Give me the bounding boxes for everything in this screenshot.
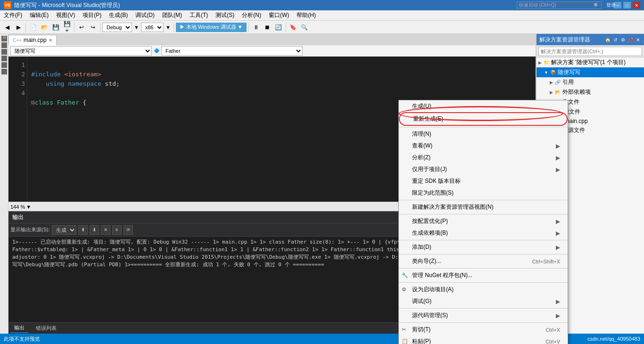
tree-solution[interactable]: ▶ 📁 解决方案 '随便写写'(1 个项目) xyxy=(537,57,644,67)
close-button[interactable]: ✕ xyxy=(633,2,640,8)
tab-errors[interactable]: 错误列表 xyxy=(32,324,60,333)
ctx-item-18[interactable]: 📋粘贴(P)Ctrl+V xyxy=(399,336,568,344)
save-all-button[interactable]: 💾+ xyxy=(62,22,72,33)
toolbar-sep8 xyxy=(286,23,286,32)
menu-tools[interactable]: 工具(T) xyxy=(186,10,212,20)
zoom-label[interactable]: 144 % xyxy=(10,204,25,210)
save-button[interactable]: 💾 xyxy=(50,22,61,33)
right-home-btn[interactable]: 🏠 xyxy=(604,36,611,43)
run-button[interactable]: ▶ 本地 Windows 调试器 ▼ xyxy=(176,23,247,32)
project-expand-icon[interactable]: ▼ xyxy=(544,70,548,75)
toolbar-sep3 xyxy=(100,23,100,32)
tree-external-deps[interactable]: ▶ 📂 外部依赖项 xyxy=(537,87,644,97)
zoom-dropdown[interactable]: ▼ xyxy=(26,204,31,210)
right-pin-btn[interactable]: 📌 xyxy=(627,36,634,43)
ctx-separator xyxy=(399,282,568,283)
sidebar-icon-2[interactable] xyxy=(1,42,7,48)
undo-button[interactable]: ↩ xyxy=(76,22,87,33)
ctx-label-9: 按配置优化(P) xyxy=(412,217,448,225)
forward-button[interactable]: ▶ xyxy=(13,22,24,33)
output-btn5[interactable]: ⟳ xyxy=(124,225,133,235)
main-cpp-label: main.cpp xyxy=(565,118,588,124)
ctx-item-2[interactable]: 清理(N) xyxy=(399,128,568,140)
ctx-item-11[interactable]: 添加(D)▶ xyxy=(399,241,568,253)
back-button[interactable]: ◀ xyxy=(2,22,12,33)
tab-main-cpp[interactable]: C++ main.cpp ✕ xyxy=(8,35,57,45)
sidebar-icon-4[interactable] xyxy=(1,56,7,61)
output-btn3[interactable]: ✕ xyxy=(101,225,110,235)
output-source-combo[interactable]: 生成 xyxy=(52,225,76,235)
menu-team[interactable]: 团队(M) xyxy=(158,10,186,20)
window-controls[interactable]: ─ □ ✕ xyxy=(614,2,640,8)
ext-icon: 📂 xyxy=(555,90,561,95)
tree-references[interactable]: ▶ 🔗 引用 xyxy=(537,77,644,87)
sidebar-icon-6[interactable] xyxy=(1,69,7,74)
ctx-label-15: 调试(G) xyxy=(412,297,431,305)
find-button[interactable]: 🔍 xyxy=(299,22,310,33)
ref-expand-icon[interactable]: ▶ xyxy=(550,80,553,85)
ctx-item-16[interactable]: 源代码管理(S)▶ xyxy=(399,310,568,321)
ctx-item-3[interactable]: 查看(W)▶ xyxy=(399,140,568,152)
sidebar-icon-3[interactable] xyxy=(1,49,7,55)
ctx-item-6[interactable]: 重定 SDK 版本目标 xyxy=(399,175,568,187)
menu-build[interactable]: 生成(B) xyxy=(105,10,132,20)
tab-close-button[interactable]: ✕ xyxy=(49,38,52,43)
maximize-button[interactable]: □ xyxy=(623,2,631,8)
debug-config-combo[interactable]: Debug xyxy=(102,23,132,32)
ctx-item-7[interactable]: 限定为此范围(S) xyxy=(399,187,568,199)
right-sync-btn[interactable]: ↺ xyxy=(612,36,619,43)
ctx-item-4[interactable]: 分析(Z)▶ xyxy=(399,152,568,164)
menu-view[interactable]: 视图(V) xyxy=(52,10,79,20)
menu-debug[interactable]: 调试(D) xyxy=(132,10,158,20)
bookmark-button[interactable]: 🔖 xyxy=(288,22,298,33)
ref-icon: 🔗 xyxy=(555,80,561,85)
ctx-label-17: 剪切(T) xyxy=(412,326,430,334)
ctx-item-17[interactable]: ✂剪切(T)Ctrl+X xyxy=(399,324,568,336)
menu-test[interactable]: 测试(S) xyxy=(212,10,238,20)
ctx-item-0[interactable]: 生成(U) xyxy=(399,100,568,112)
menu-help[interactable]: 帮助(H) xyxy=(293,10,320,20)
ctx-item-9[interactable]: 按配置优化(P)▶ xyxy=(399,215,568,227)
ext-expand-icon[interactable]: ▶ xyxy=(550,90,553,95)
solution-search-input[interactable] xyxy=(538,47,642,56)
output-btn1[interactable]: ⬆ xyxy=(78,225,88,235)
ctx-item-12[interactable]: 类向导(Z)...Ctrl+Shift+X xyxy=(399,255,568,267)
tab-output[interactable]: 输出 xyxy=(10,323,28,333)
tree-project[interactable]: ▼ 📦 随便写写 xyxy=(537,67,644,77)
menu-file[interactable]: 文件(F) xyxy=(0,10,26,20)
menu-project[interactable]: 项目(P) xyxy=(79,10,105,20)
file-combo[interactable]: 随便写写 xyxy=(10,46,152,56)
ctx-item-8[interactable]: 新建解决方案资源管理器视图(N) xyxy=(399,201,568,213)
output-btn4[interactable]: ≡ xyxy=(112,225,122,235)
ctx-item-13[interactable]: 🔧管理 NuGet 程序包(N)... xyxy=(399,270,568,281)
menu-window[interactable]: 窗口(W) xyxy=(265,10,293,20)
account-label[interactable]: 登录 xyxy=(606,2,616,8)
menu-analyze[interactable]: 分析(N) xyxy=(238,10,265,20)
restart-button[interactable]: 🔄 xyxy=(273,22,284,33)
ctx-item-10[interactable]: 生成依赖项(B)▶ xyxy=(399,227,568,239)
right-panel-header: 解决方案资源管理器 🏠 ↺ ⚙ 📌 ✕ xyxy=(537,34,644,45)
ctx-item-5[interactable]: 仅用于项目(J)▶ xyxy=(399,164,568,175)
quick-launch[interactable]: 快速启动 (Ctrl+Q) xyxy=(519,2,556,8)
ctx-shortcut-12: Ctrl+Shift+X xyxy=(532,259,560,264)
right-close-btn[interactable]: ✕ xyxy=(635,36,641,43)
sidebar-icon-1[interactable]: S xyxy=(1,36,7,41)
ctx-item-15[interactable]: 调试(G)▶ xyxy=(399,295,568,307)
menu-edit[interactable]: 编辑(E) xyxy=(26,10,52,20)
expand-icon[interactable]: ▶ xyxy=(538,60,542,65)
ctx-icon-17: ✂ xyxy=(402,327,406,333)
output-btn2[interactable]: ⬇ xyxy=(90,225,99,235)
new-project-button[interactable]: 📄 xyxy=(28,22,38,33)
redo-button[interactable]: ↪ xyxy=(88,22,98,33)
stop-button[interactable]: ⏹ xyxy=(262,22,272,33)
platform-combo[interactable]: x86 xyxy=(141,23,164,32)
right-settings-btn[interactable]: ⚙ xyxy=(619,36,626,43)
sidebar-icon-5[interactable] xyxy=(1,62,7,68)
ctx-label-8: 新建解决方案资源管理器视图(N) xyxy=(412,203,494,211)
code-toolbar: 随便写写 🔷 Father xyxy=(8,45,536,57)
open-button[interactable]: 📂 xyxy=(39,22,50,33)
break-button[interactable]: ⏸ xyxy=(251,22,261,33)
class-combo[interactable]: Father xyxy=(161,46,303,56)
ctx-item-1[interactable]: 重新生成(E) xyxy=(399,112,568,126)
ctx-item-14[interactable]: ⚙设为启动项目(A) xyxy=(399,284,568,295)
